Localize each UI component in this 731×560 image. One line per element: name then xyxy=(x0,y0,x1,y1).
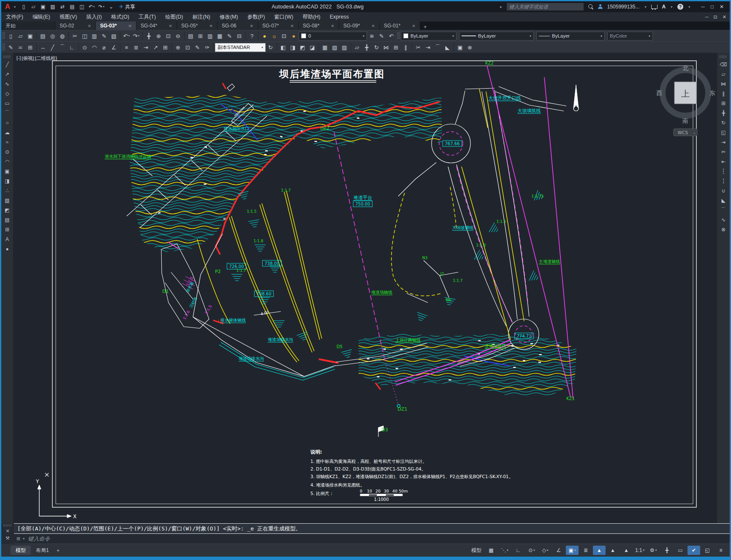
tab-close-icon[interactable]: ✕ xyxy=(128,24,132,28)
drawing-canvas[interactable]: [-] [俯视] [二维线框] xyxy=(13,53,717,523)
menu-d[interactable]: 绘图(D) xyxy=(160,12,188,22)
share-button[interactable]: ✈ 共享 xyxy=(119,3,135,11)
tab-sg-02[interactable]: SG-02✕ xyxy=(55,22,96,30)
layer-make-current-icon[interactable]: ✎ xyxy=(377,31,386,41)
tab-close-icon[interactable]: ✕ xyxy=(331,24,334,28)
isodraft-icon[interactable]: ◇▾ xyxy=(539,546,552,555)
chamfer-icon[interactable]: ◣ xyxy=(718,195,728,205)
mirror-icon[interactable]: ⋈ xyxy=(718,79,728,89)
stretch-icon[interactable]: ⇥ xyxy=(718,137,728,147)
menu-o[interactable]: 格式(O) xyxy=(106,12,134,22)
zoom-realtime-icon[interactable]: ⊕ xyxy=(154,31,163,41)
plot-icon[interactable]: ▤ xyxy=(38,31,48,41)
close-button[interactable]: ✕ xyxy=(720,4,724,10)
polar-tracking-icon[interactable]: ⊙▾ xyxy=(525,546,538,555)
user-id[interactable]: 1505999135... xyxy=(607,4,640,10)
ucs-icon[interactable]: Y X xyxy=(35,473,76,519)
object-snap-icon[interactable]: ▣▾ xyxy=(566,546,579,555)
tab-layout1[interactable]: 布局1 xyxy=(31,546,54,555)
plot-preview-icon[interactable]: ◎ xyxy=(48,31,57,41)
save-quick-icon[interactable]: ▣ xyxy=(38,3,48,11)
point-icon[interactable]: ∴ xyxy=(2,186,12,195)
draw-order-back-icon[interactable]: ◨ xyxy=(288,43,298,52)
save-as-quick-icon[interactable]: ▨ xyxy=(48,3,57,11)
tab-sg-04[interactable]: SG-04*✕ xyxy=(136,22,177,30)
search-icon[interactable] xyxy=(588,4,593,9)
draw-toolbar-grip[interactable] xyxy=(3,55,11,58)
tab-close-icon[interactable]: ✕ xyxy=(250,24,253,28)
revision-cloud-icon[interactable]: ☁ xyxy=(2,127,12,137)
layer-viewport-freeze-icon[interactable]: ⊡ xyxy=(279,31,289,41)
menu-express[interactable]: Express xyxy=(325,12,353,22)
dim-update-icon[interactable]: ↻ xyxy=(266,43,275,52)
array-icon[interactable]: ⊞ xyxy=(718,98,728,108)
new-drawing-tab-button[interactable]: + xyxy=(420,24,430,30)
layer-states-icon[interactable]: ≋ xyxy=(367,31,377,41)
extend-mod-icon[interactable]: ⇥ xyxy=(423,43,433,52)
markup-import-icon[interactable]: ▧ xyxy=(109,31,119,41)
tab-close-icon[interactable]: ✕ xyxy=(169,24,172,28)
markup-set-manager-icon[interactable]: ✎ xyxy=(225,31,234,41)
customize-qat-icon[interactable]: ⌄ xyxy=(106,3,116,11)
quick-calc-icon[interactable]: ⊟ xyxy=(234,31,244,41)
object-snap-tracking-icon[interactable]: ∠ xyxy=(552,546,565,555)
autodesk-app-icon[interactable]: A xyxy=(662,4,666,10)
move-mod-icon[interactable]: ╋ xyxy=(362,43,372,52)
fillet-mod-icon[interactable]: ⌒ xyxy=(433,43,443,52)
tab-sg-01[interactable]: SG-01*✕ xyxy=(380,22,420,30)
command-grip[interactable] xyxy=(3,524,12,527)
insert-block-icon[interactable]: ▣ xyxy=(2,166,12,176)
copy-icon[interactable]: ▱ xyxy=(718,69,728,79)
offset-mod-icon[interactable]: ∥ xyxy=(401,43,410,52)
tab-sg-05[interactable]: SG-05*✕ xyxy=(177,22,217,30)
command-input[interactable] xyxy=(27,535,198,542)
dim-continue-icon[interactable]: ⇥ xyxy=(141,43,151,52)
maximize-button[interactable]: □ xyxy=(711,4,714,10)
layer-on-icon[interactable]: ● xyxy=(260,31,269,41)
command-recent-icon[interactable]: ⊞ xyxy=(16,536,20,541)
model-space-label[interactable]: 模型 xyxy=(469,547,484,554)
array-mod-icon[interactable]: ⊞ xyxy=(391,43,401,52)
undo-icon[interactable]: ↶▾ xyxy=(122,31,131,41)
rotate-icon[interactable]: ↻ xyxy=(718,118,728,127)
annotation-scale-icon-icon[interactable]: ▲ xyxy=(620,546,633,555)
new-quick-icon[interactable]: ▯ xyxy=(19,3,28,11)
redo-quick-icon[interactable]: ↷▾ xyxy=(97,3,106,11)
trim-mod-icon[interactable]: ✂ xyxy=(413,43,423,52)
break-icon[interactable]: ╎ xyxy=(718,176,728,186)
group-icon[interactable]: ▦ xyxy=(320,43,330,52)
table-icon[interactable]: ⊞ xyxy=(2,225,12,234)
tab-sg-07[interactable]: SG-07*✕ xyxy=(258,22,299,30)
dim-radius-icon[interactable]: ⊙ xyxy=(80,43,90,52)
menu-t[interactable]: 工具(T) xyxy=(134,12,160,22)
menu-f[interactable]: 文件(F) xyxy=(1,12,28,22)
explode-icon[interactable]: ⊗ xyxy=(718,225,728,234)
paste-icon[interactable]: ▥ xyxy=(90,31,99,41)
plot-quick-icon[interactable]: ◫ xyxy=(77,3,87,11)
doc-close-button[interactable]: ✕ xyxy=(723,14,726,20)
line-icon[interactable]: ╱ xyxy=(2,60,12,69)
draw-order-above-icon[interactable]: ◩ xyxy=(298,43,307,52)
hatch-icon[interactable]: ▨ xyxy=(2,195,12,205)
new-layout-button[interactable]: + xyxy=(57,547,60,554)
modify-toolbar-grip[interactable] xyxy=(720,55,727,58)
redo-icon[interactable]: ↷▾ xyxy=(131,31,141,41)
store-cart-icon[interactable] xyxy=(651,5,658,9)
annotation-visibility-icon[interactable]: ▲ xyxy=(593,546,606,555)
lineweight-select[interactable]: ByLayer▾ xyxy=(536,32,605,41)
ungroup-icon[interactable]: ▧ xyxy=(330,43,340,52)
tab-sg-06[interactable]: SG-06✕ xyxy=(217,22,258,30)
help-icon[interactable]: ? xyxy=(247,31,257,41)
viewport-view[interactable]: [俯视] xyxy=(22,55,34,62)
command-recent-caret-icon[interactable]: ▾ xyxy=(23,537,24,541)
dim-leader-icon[interactable]: ↗ xyxy=(151,43,160,52)
layer-select[interactable]: 0▾ xyxy=(299,32,367,41)
minimize-button[interactable]: ─ xyxy=(701,4,705,10)
help-caret-icon[interactable]: ▾ xyxy=(688,5,690,9)
polyline-icon[interactable]: ∿ xyxy=(2,79,12,89)
app-store-caret-icon[interactable]: ▾ xyxy=(671,5,672,9)
color-select[interactable]: ByLayer▾ xyxy=(401,32,457,41)
account-icon[interactable] xyxy=(598,4,603,10)
toolbar-grip[interactable] xyxy=(2,32,5,40)
dim-linear-icon[interactable]: ↔ xyxy=(38,43,48,52)
